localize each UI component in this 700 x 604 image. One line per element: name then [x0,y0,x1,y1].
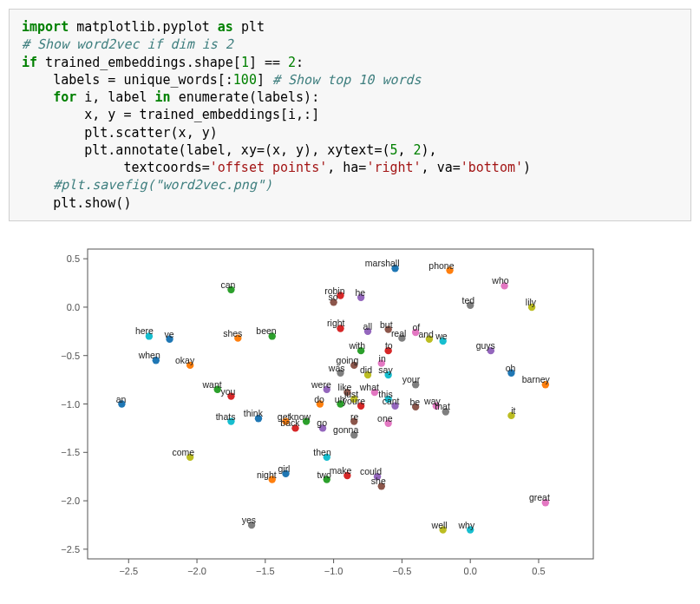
svg-text:−2.0: −2.0 [187,566,206,576]
scatter-label: why [458,519,475,529]
scatter-label: then [313,447,331,457]
scatter-label: your [402,374,421,384]
scatter-label: thats [216,410,236,421]
svg-text:−1.0: −1.0 [61,398,80,409]
scatter-label: make [330,465,352,476]
svg-text:0.5: 0.5 [532,566,545,576]
code-token: trained_embeddings.shape[ [45,55,241,70]
scatter-label: back [280,417,300,428]
scatter-label: to [385,340,393,351]
svg-text:−1.5: −1.5 [256,566,275,576]
svg-text:−2.0: −2.0 [61,496,80,506]
scatter-label: night [257,469,277,479]
svg-text:−1.0: −1.0 [324,566,343,576]
svg-text:−0.5: −0.5 [61,350,80,360]
scatter-label: barney [522,374,551,384]
scatter-label: that [435,401,450,411]
scatter-label: we [435,331,448,341]
svg-text:−1.5: −1.5 [61,447,80,457]
scatter-label: it [511,405,515,416]
scatter-label: well [431,519,448,529]
scatter-label: been [256,325,277,336]
code-token: , [397,142,413,158]
svg-text:0.5: 0.5 [67,253,80,264]
scatter-label: here [135,325,154,336]
code-token: plt.show() [53,195,131,211]
scatter-label: he [355,287,365,298]
scatter-label: great [529,492,550,502]
chart-output: −2.5−2.0−1.5−1.0−0.50.00.5−2.5−2.0−1.5−1… [40,242,691,585]
code-token: plt [241,19,265,35]
scatter-label: think [244,408,264,418]
code-token: labels = unique_words[: [53,72,233,88]
code-token: matplotlib.pyplot [76,19,218,35]
svg-text:0.0: 0.0 [464,566,477,576]
scatter-label: in [379,352,386,363]
scatter-label: be [409,397,420,407]
scatter-label: girl [278,463,290,474]
code-token: 'right' [366,160,421,175]
scatter-label: you [221,385,236,396]
code-token: , ha= [327,160,366,175]
code-token: if [22,55,37,70]
code-token: ), [422,142,437,158]
scatter-label: shes [223,327,242,338]
scatter-label: okay [175,355,195,365]
scatter-chart: −2.5−2.0−1.5−1.0−0.50.00.5−2.5−2.0−1.5−1… [40,242,604,585]
scatter-label: were [311,379,331,390]
code-cell: import matplotlib.pyplot as plt # Show w… [9,9,691,221]
scatter-label: an [116,393,127,404]
scatter-label: was [328,363,345,373]
scatter-label: who [491,275,508,286]
code-token: 'offset points' [210,160,327,175]
code-token: for [53,89,76,105]
svg-text:−2.5: −2.5 [119,566,138,576]
code-token: ] == [249,55,288,70]
code-token: as [218,19,233,35]
scatter-label: say [378,364,393,375]
code-token: 1 [241,55,249,70]
scatter-label: re [350,410,358,421]
scatter-label: cant [383,395,400,405]
scatter-label: can [221,279,236,290]
code-token: i, label [84,89,154,105]
code-token: 2 [414,142,422,158]
svg-text:−0.5: −0.5 [393,566,412,576]
scatter-label: come [172,447,194,457]
code-token: enumerate(labels): [179,89,320,105]
code-token: ) [523,160,531,175]
code-token: #plt.savefig("word2vec.png") [53,177,272,193]
code-token: plt.annotate(label, xy=(x, y), xytext=( [84,142,389,158]
scatter-label: guys [476,340,495,351]
scatter-label: gonna [333,424,358,435]
code-token: ] [257,72,272,88]
scatter-label: ted [462,294,475,305]
scatter-label: go [317,417,327,428]
scatter-label: real [391,327,407,338]
code-token: 2 [288,55,296,70]
code-token: x, y = trained_embeddings[i,:] [84,107,319,122]
scatter-label: right [327,318,345,328]
code-token: : [296,55,304,70]
scatter-label: ve [164,329,173,339]
scatter-label: oh [506,363,516,373]
scatter-label: one [377,413,393,423]
code-token: # Show word2vec if dim is 2 [22,36,233,52]
scatter-label: and [418,329,434,339]
code-token: 100 [233,72,257,88]
code-token: , va= [422,160,461,175]
scatter-label: when [138,350,160,360]
code-token: import [22,19,69,35]
scatter-label: do [314,393,324,404]
scatter-label: all [363,321,372,332]
scatter-label: yes [242,515,256,525]
scatter-label: with [348,340,365,351]
scatter-label: want [202,379,222,390]
scatter-label: phone [429,259,454,270]
svg-text:0.0: 0.0 [67,302,80,312]
scatter-label: lily [526,297,537,307]
code-token: 'bottom' [461,160,523,175]
code-token: plt.scatter(x, y) [84,125,218,141]
code-token: # Show top 10 words [272,72,422,88]
scatter-label: so [329,292,338,302]
